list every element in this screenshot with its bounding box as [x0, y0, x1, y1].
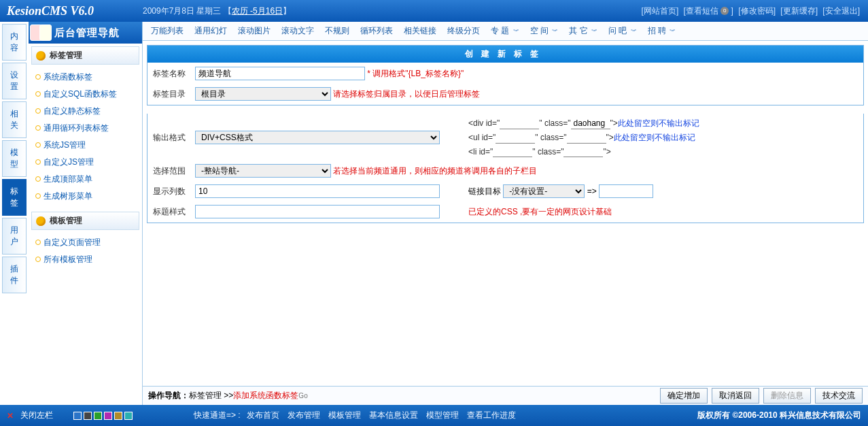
- theme-swatch[interactable]: [84, 412, 92, 420]
- quick-links: 快速通道=> : 发布首页发布管理模板管理基本信息设置模型管理查看工作进度: [194, 410, 520, 421]
- nav-item[interactable]: 所有模板管理: [34, 251, 137, 268]
- lbl-target: 链接目标: [468, 186, 501, 196]
- nav-item[interactable]: 自定义JS管理: [34, 154, 137, 171]
- lbl-output: 输出格式: [149, 115, 190, 160]
- theme-swatch[interactable]: [114, 412, 122, 420]
- top-bar: KesionCMS V6.0 2009年7月8日 星期三 【农历 -5月16日】…: [0, 0, 868, 22]
- menu-item[interactable]: 不规则: [321, 23, 353, 39]
- footer: ✕ 关闭左栏 快速通道=> : 发布首页发布管理模板管理基本信息设置模型管理查看…: [0, 405, 868, 426]
- quick-link[interactable]: 发布管理: [288, 410, 320, 420]
- menu-item[interactable]: 万能列表: [147, 23, 188, 39]
- copyright: 版权所有 ©2006-2010 科兴信息技术有限公司: [697, 410, 861, 421]
- close-left-panel[interactable]: 关闭左栏: [20, 410, 53, 421]
- link-home[interactable]: [网站首页]: [642, 6, 679, 16]
- left-tab-3[interactable]: 模型: [2, 140, 27, 177]
- lbl-cols: 显示列数: [149, 182, 190, 201]
- quick-link[interactable]: 查看工作进度: [467, 410, 516, 420]
- tip-div: 此处留空则不输出标记: [618, 118, 699, 128]
- bullet-icon: [36, 51, 46, 61]
- input-div-class[interactable]: [571, 118, 610, 129]
- bc-lead: 操作导航：: [148, 390, 189, 402]
- nav-column: 后台管理导航 标签管理系统函数标签自定义SQL函数标签自定义静态标签通用循环列表…: [29, 22, 143, 405]
- theme-swatch[interactable]: [104, 412, 112, 420]
- link-cache[interactable]: [更新缓存]: [780, 6, 818, 16]
- btn-ok[interactable]: 确定增加: [660, 388, 708, 404]
- nav-item[interactable]: 自定义静态标签: [34, 103, 137, 120]
- theme-swatch[interactable]: [73, 412, 82, 420]
- left-tab-0[interactable]: 内容: [2, 24, 27, 61]
- menu-item[interactable]: 专 题 ︾: [487, 23, 523, 39]
- link-exit[interactable]: [安全退出]: [822, 6, 860, 16]
- menu-item[interactable]: 滚动文字: [277, 23, 318, 39]
- link-pwd[interactable]: [修改密码]: [738, 6, 776, 16]
- menu-item[interactable]: 空 间 ︾: [526, 23, 563, 39]
- top-links: [网站首页] [查看短信 0 ] [修改密码] [更新缓存] [安全退出]: [640, 5, 861, 17]
- input-ul-id[interactable]: [496, 133, 535, 144]
- bc-current: 添加系统函数标签: [233, 390, 298, 402]
- input-title-style[interactable]: [195, 205, 440, 218]
- note-dir: 请选择标签归属目录，以便日后管理标签: [333, 89, 480, 99]
- tip-ul: 此处留空则不输出标记: [614, 133, 695, 142]
- chevron-down-icon: ︾: [591, 28, 597, 35]
- left-tab-2[interactable]: 相关: [2, 101, 27, 138]
- menu-bar: 万能列表通用幻灯滚动图片滚动文字不规则循环列表相关链接终级分页专 题 ︾空 间 …: [143, 22, 868, 41]
- select-scope[interactable]: -整站导航-: [195, 164, 331, 178]
- left-tab-4[interactable]: 标签: [2, 179, 27, 216]
- nav-item[interactable]: 生成顶部菜单: [34, 171, 137, 188]
- quick-link[interactable]: 模板管理: [328, 410, 361, 420]
- input-target-custom[interactable]: [599, 184, 653, 198]
- btn-tech[interactable]: 技术交流: [815, 388, 863, 404]
- link-sms[interactable]: [查看短信 0 ]: [684, 6, 733, 16]
- select-target[interactable]: -没有设置-: [503, 184, 585, 198]
- nav-item[interactable]: 自定义页面管理: [34, 234, 137, 251]
- select-dir[interactable]: 根目录: [195, 87, 331, 101]
- menu-item[interactable]: 其 它 ︾: [565, 23, 602, 39]
- menu-item[interactable]: 循环列表: [356, 23, 397, 39]
- close-icon[interactable]: ✕: [7, 411, 14, 421]
- theme-swatch[interactable]: [124, 412, 133, 420]
- left-tab-6[interactable]: 插件: [2, 257, 27, 293]
- nav-group-header[interactable]: 标签管理: [31, 46, 139, 65]
- quick-link[interactable]: 模型管理: [426, 410, 459, 420]
- left-tab-1[interactable]: 设置: [2, 63, 27, 99]
- logo: KesionCMS V6.0: [7, 4, 143, 18]
- nav-header: 后台管理导航: [29, 22, 142, 44]
- btn-cancel[interactable]: 取消返回: [712, 388, 759, 404]
- nav-item[interactable]: 自定义SQL函数标签: [34, 86, 137, 103]
- input-div-id[interactable]: [500, 118, 539, 129]
- menu-item[interactable]: 通用幻灯: [190, 23, 231, 39]
- note-scope: 若选择当前频道通用，则相应的频道将调用各自的子栏目: [333, 166, 537, 176]
- input-tag-name[interactable]: [195, 67, 365, 80]
- left-tabs: 内容设置相关模型标签用户插件: [0, 22, 29, 405]
- nav-group-header[interactable]: 模板管理: [31, 212, 139, 230]
- lbl-dir: 标签目录: [149, 84, 190, 103]
- lbl-scope: 选择范围: [149, 161, 190, 180]
- sms-badge-icon: 0: [721, 7, 729, 15]
- nav-title: 后台管理导航: [54, 27, 120, 39]
- nav-item[interactable]: 系统函数标签: [34, 69, 137, 86]
- arrow-label: =>: [587, 186, 597, 196]
- menu-item[interactable]: 相关链接: [400, 23, 440, 39]
- left-tab-5[interactable]: 用户: [2, 218, 27, 255]
- input-li-id[interactable]: [493, 146, 532, 157]
- quick-link[interactable]: 基本信息设置: [369, 410, 418, 420]
- input-cols[interactable]: [195, 184, 440, 198]
- menu-item[interactable]: 招 聘 ︾: [644, 23, 680, 39]
- nav-item[interactable]: 通用循环列表标签: [34, 120, 137, 137]
- content-area: 万能列表通用幻灯滚动图片滚动文字不规则循环列表相关链接终级分页专 题 ︾空 间 …: [143, 22, 868, 405]
- input-li-class[interactable]: [563, 146, 603, 157]
- quick-link[interactable]: 发布首页: [247, 410, 279, 420]
- nav-item[interactable]: 生成树形菜单: [34, 188, 137, 205]
- nav-item[interactable]: 系统JS管理: [34, 137, 137, 154]
- select-output[interactable]: DIV+CSS格式: [195, 131, 440, 144]
- menu-item[interactable]: 终级分页: [443, 23, 484, 39]
- chevron-down-icon: ︾: [670, 28, 676, 35]
- btn-delete[interactable]: 删除信息: [763, 388, 811, 404]
- theme-swatch[interactable]: [94, 412, 102, 420]
- lunar-link[interactable]: 农历 -5月16日: [232, 6, 283, 16]
- menu-item[interactable]: 问 吧 ︾: [604, 23, 641, 39]
- date-text: 2009年7月8日 星期三: [143, 6, 221, 16]
- menu-item[interactable]: 滚动图片: [234, 23, 275, 39]
- input-ul-class[interactable]: [567, 133, 606, 144]
- chevron-down-icon: ︾: [513, 28, 519, 35]
